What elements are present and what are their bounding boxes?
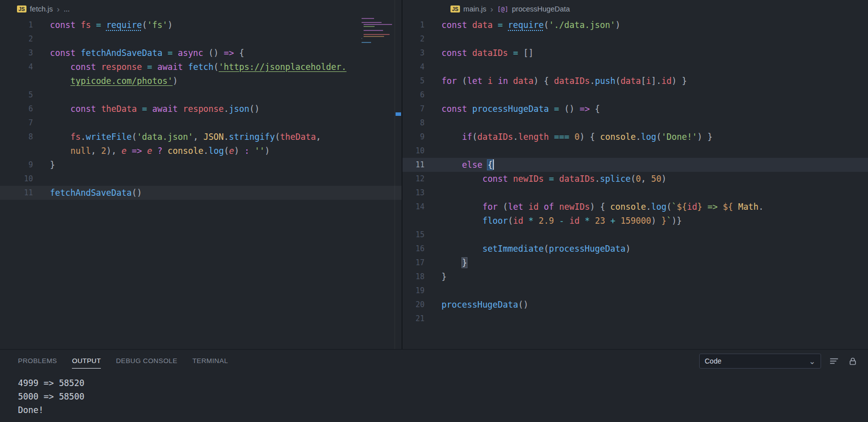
code-line[interactable]: 12 const newIDs = dataIDs.splice(0, 50) — [403, 172, 868, 186]
breadcrumb-file[interactable]: main.js — [463, 5, 486, 13]
code-area[interactable]: 1const fs = require('fs')23const fetchAn… — [0, 18, 402, 200]
line-number[interactable]: 7 — [0, 116, 33, 130]
panel-tab-problems[interactable]: PROBLEMS — [18, 351, 57, 371]
code-line[interactable]: 7const processHugeData = () => { — [403, 102, 868, 116]
line-number[interactable]: 8 — [0, 130, 33, 144]
token: = — [498, 20, 508, 30]
line-number[interactable]: 5 — [0, 88, 33, 102]
line-number[interactable]: 15 — [403, 228, 425, 242]
code-area[interactable]: 1const data = require('./data.json')23co… — [403, 18, 868, 326]
line-number[interactable]: 16 — [403, 242, 425, 256]
code-line[interactable]: 8 — [403, 116, 868, 130]
token: data — [472, 20, 497, 30]
code-line[interactable]: 9 if(dataIDs.length === 0) { console.log… — [403, 130, 868, 144]
line-number[interactable]: 14 — [403, 200, 425, 214]
breadcrumb-symbol[interactable]: processHugeData — [512, 5, 570, 13]
code-line[interactable]: 18} — [403, 270, 868, 284]
minimap[interactable] — [362, 18, 395, 44]
code-line[interactable]: 9} — [0, 158, 402, 172]
line-number[interactable]: 7 — [403, 102, 425, 116]
line-number[interactable]: 9 — [403, 130, 425, 144]
line-number[interactable]: 1 — [403, 18, 425, 32]
code-line[interactable]: 3const dataIDs = [] — [403, 46, 868, 60]
token: const — [70, 104, 101, 114]
line-number[interactable]: 21 — [403, 312, 425, 326]
line-number[interactable]: 5 — [403, 74, 425, 88]
line-number[interactable]: 9 — [0, 158, 33, 172]
line-number[interactable]: 13 — [403, 186, 425, 200]
line-number[interactable]: 11 — [0, 186, 33, 200]
code-line[interactable]: null, 2), e => e ? console.log(e) : '') — [0, 144, 402, 158]
code-line[interactable]: typicode.com/photos') — [0, 74, 402, 88]
line-number[interactable]: 8 — [403, 116, 425, 130]
breadcrumb-trail[interactable]: ... — [63, 5, 69, 13]
vertical-scrollbar[interactable] — [395, 0, 402, 349]
line-number[interactable] — [403, 214, 425, 228]
code-line[interactable]: 2 — [403, 32, 868, 46]
token: = — [554, 104, 564, 114]
code-line[interactable]: 3const fetchAndSaveData = async () => { — [0, 46, 402, 60]
line-number[interactable]: 18 — [403, 270, 425, 284]
line-number[interactable]: 12 — [403, 172, 425, 186]
clear-output-icon[interactable] — [829, 356, 840, 367]
breadcrumb-file[interactable]: fetch.js — [30, 5, 53, 13]
code-line[interactable]: 10 — [403, 144, 868, 158]
code-line[interactable]: 8 fs.writeFile('data.json', JSON.stringi… — [0, 130, 402, 144]
token: e — [121, 146, 131, 156]
code-line[interactable]: 17 } — [403, 256, 868, 270]
code-line[interactable]: 5 — [0, 88, 402, 102]
token: i — [646, 76, 651, 86]
line-number[interactable]: 10 — [403, 144, 425, 158]
token: 0 — [636, 174, 641, 184]
line-number[interactable]: 6 — [403, 88, 425, 102]
code-line[interactable]: 7 — [0, 116, 402, 130]
token: ) — [173, 76, 178, 86]
scroll-lock-icon[interactable] — [847, 356, 858, 367]
code-line[interactable]: 6 const theData = await response.json() — [0, 102, 402, 116]
code-line[interactable]: 16 setImmediate(processHugeData) — [403, 242, 868, 256]
code-line[interactable]: 19 — [403, 284, 868, 298]
line-number[interactable]: 3 — [403, 46, 425, 60]
code-line[interactable]: 4 — [403, 60, 868, 74]
code-line[interactable]: floor(id * 2.9 - id * 23 + 159000) }`)} — [403, 214, 868, 228]
code-line[interactable]: 11fetchAndSaveData() — [0, 186, 402, 200]
line-number[interactable]: 17 — [403, 256, 425, 270]
output-channel-select[interactable]: Code ⌄ — [699, 354, 821, 369]
code-line[interactable]: 5for (let i in data) { dataIDs.push(data… — [403, 74, 868, 88]
code-line[interactable]: 2 — [0, 32, 402, 46]
line-number[interactable] — [0, 74, 33, 88]
code-line[interactable]: 13 — [403, 186, 868, 200]
panel-tab-output[interactable]: OUTPUT — [72, 351, 101, 371]
line-number[interactable]: 11 — [403, 158, 425, 172]
code-line[interactable]: 20processHugeData() — [403, 298, 868, 312]
token: () — [132, 188, 142, 198]
panel-tab-debug-console[interactable]: DEBUG CONSOLE — [116, 351, 177, 371]
line-number[interactable]: 2 — [403, 32, 425, 46]
code-line[interactable]: 11 else { — [403, 158, 868, 172]
line-number[interactable]: 19 — [403, 284, 425, 298]
code-line[interactable]: 4 const response = await fetch('https://… — [0, 60, 402, 74]
line-number[interactable]: 3 — [0, 46, 33, 60]
scrollbar-thumb-indicator[interactable] — [396, 112, 401, 116]
line-number[interactable]: 6 — [0, 102, 33, 116]
line-number[interactable]: 1 — [0, 18, 33, 32]
code-line[interactable]: 15 — [403, 228, 868, 242]
line-number[interactable]: 4 — [403, 60, 425, 74]
code-line[interactable]: 14 for (let id of newIDs) { console.log(… — [403, 200, 868, 214]
line-number[interactable]: 4 — [0, 60, 33, 74]
line-number[interactable]: 20 — [403, 298, 425, 312]
line-number[interactable]: 10 — [0, 172, 33, 186]
code-line[interactable]: 1const fs = require('fs') — [0, 18, 402, 32]
token: ) — [615, 20, 620, 30]
code-line[interactable]: 10 — [0, 172, 402, 186]
code-line[interactable]: 1const data = require('./data.json') — [403, 18, 868, 32]
token: ( — [503, 202, 508, 212]
token: () — [208, 48, 224, 58]
panel-tab-terminal[interactable]: TERMINAL — [192, 351, 228, 371]
line-number[interactable]: 2 — [0, 32, 33, 46]
code-line[interactable]: 21 — [403, 312, 868, 326]
code-line[interactable]: 6 — [403, 88, 868, 102]
token: data — [620, 76, 641, 86]
line-number[interactable] — [0, 144, 33, 158]
token: i — [487, 76, 497, 86]
